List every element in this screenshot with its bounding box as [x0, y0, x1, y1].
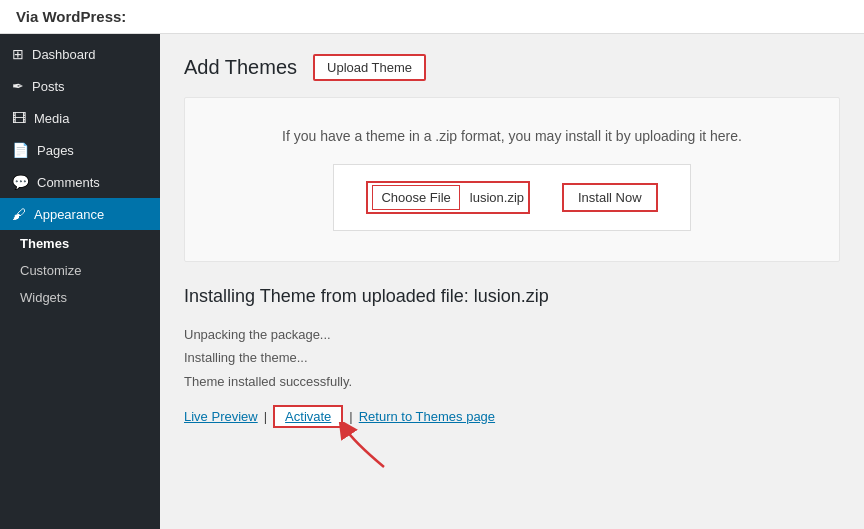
sidebar-item-themes[interactable]: Themes — [0, 230, 160, 257]
choose-file-button[interactable]: Choose File — [372, 185, 459, 210]
link-separator: | — [264, 409, 267, 424]
sidebar-item-label: Appearance — [34, 207, 104, 222]
page-wrapper: Via WordPress: ⊞ Dashboard ✒ Posts 🎞 Med… — [0, 0, 864, 529]
install-section: Installing Theme from uploaded file: lus… — [184, 286, 840, 472]
sidebar-item-media[interactable]: 🎞 Media — [0, 102, 160, 134]
pages-icon: 📄 — [12, 142, 29, 158]
sidebar-item-appearance[interactable]: 🖌 Appearance — [0, 198, 160, 230]
live-preview-link[interactable]: Live Preview — [184, 409, 258, 424]
sidebar-item-label: Posts — [32, 79, 65, 94]
sidebar-item-label: Dashboard — [32, 47, 96, 62]
sidebar-item-label: Pages — [37, 143, 74, 158]
file-upload-inner: Choose File lusion.zip Install Now — [333, 164, 690, 231]
sidebar-item-customize[interactable]: Customize — [0, 257, 160, 284]
arrow-svg — [324, 422, 404, 472]
sidebar-item-dashboard[interactable]: ⊞ Dashboard — [0, 38, 160, 70]
sidebar: ⊞ Dashboard ✒ Posts 🎞 Media 📄 Pages 💬 Co… — [0, 34, 160, 529]
sidebar-item-widgets[interactable]: Widgets — [0, 284, 160, 311]
comments-icon: 💬 — [12, 174, 29, 190]
media-icon: 🎞 — [12, 110, 26, 126]
top-bar: Via WordPress: — [0, 0, 864, 34]
customize-label: Customize — [20, 263, 81, 278]
page-title-row: Add Themes Upload Theme — [184, 54, 840, 81]
dashboard-icon: ⊞ — [12, 46, 24, 62]
appearance-icon: 🖌 — [12, 206, 26, 222]
install-now-button[interactable]: Install Now — [562, 183, 658, 212]
log-line-2: Installing the theme... — [184, 346, 840, 369]
log-line-3: Theme installed successfully. — [184, 370, 840, 393]
top-bar-label: Via WordPress: — [16, 8, 126, 25]
posts-icon: ✒ — [12, 78, 24, 94]
upload-box: If you have a theme in a .zip format, yo… — [184, 97, 840, 262]
choose-file-group: Choose File lusion.zip — [366, 181, 530, 214]
file-name-text: lusion.zip — [470, 190, 524, 205]
install-links: Live Preview | Activate | Return to Them… — [184, 405, 840, 428]
file-upload-area: Choose File lusion.zip Install Now — [205, 164, 819, 231]
arrow-annotation — [184, 432, 840, 472]
themes-label: Themes — [20, 236, 69, 251]
main-content: Add Themes Upload Theme If you have a th… — [160, 34, 864, 529]
upload-description: If you have a theme in a .zip format, yo… — [205, 128, 819, 144]
upload-theme-button[interactable]: Upload Theme — [313, 54, 426, 81]
log-line-1: Unpacking the package... — [184, 323, 840, 346]
sidebar-item-label: Media — [34, 111, 69, 126]
sidebar-item-posts[interactable]: ✒ Posts — [0, 70, 160, 102]
sidebar-item-label: Comments — [37, 175, 100, 190]
install-log: Unpacking the package... Installing the … — [184, 323, 840, 393]
widgets-label: Widgets — [20, 290, 67, 305]
install-title: Installing Theme from uploaded file: lus… — [184, 286, 840, 307]
sidebar-item-comments[interactable]: 💬 Comments — [0, 166, 160, 198]
page-title-text: Add Themes — [184, 56, 297, 79]
content-wrapper: ⊞ Dashboard ✒ Posts 🎞 Media 📄 Pages 💬 Co… — [0, 34, 864, 529]
sidebar-item-pages[interactable]: 📄 Pages — [0, 134, 160, 166]
